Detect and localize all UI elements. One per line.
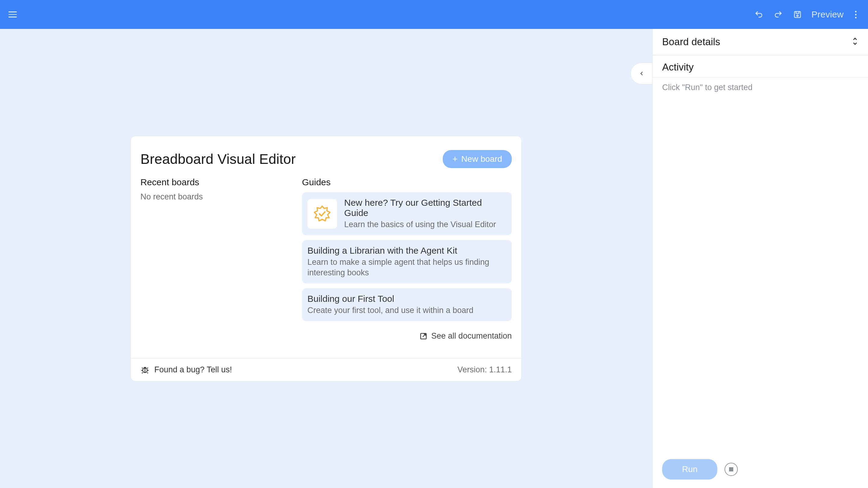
welcome-title: Breadboard Visual Editor — [141, 151, 296, 167]
bug-report-link[interactable]: Found a bug? Tell us! — [141, 365, 232, 375]
bug-report-label: Found a bug? Tell us! — [154, 365, 232, 375]
more-menu-icon[interactable] — [852, 9, 860, 20]
guide-card-getting-started[interactable]: New here? Try our Getting Started Guide … — [302, 192, 512, 235]
guide-title: New here? Try our Getting Started Guide — [344, 198, 506, 218]
undo-icon[interactable] — [753, 9, 764, 20]
stop-icon — [729, 467, 733, 471]
guide-card-librarian[interactable]: Building a Librarian with the Agent Kit … — [302, 240, 512, 284]
sidebar-collapse-button[interactable] — [630, 63, 652, 84]
run-button[interactable]: Run — [662, 459, 717, 480]
svg-point-1 — [797, 15, 798, 16]
version-label: Version: 1.11.1 — [458, 365, 512, 375]
top-toolbar: Preview — [0, 0, 868, 29]
save-icon[interactable] — [792, 9, 803, 20]
preview-button[interactable]: Preview — [811, 9, 844, 20]
stop-button[interactable] — [724, 463, 738, 476]
redo-icon[interactable] — [773, 9, 784, 20]
guide-subtitle: Create your first tool, and use it withi… — [307, 305, 473, 316]
activity-heading: Activity — [662, 61, 858, 73]
guides-heading: Guides — [302, 177, 512, 187]
new-board-label: New board — [461, 154, 502, 164]
new-board-button[interactable]: + New board — [443, 150, 512, 168]
plus-icon: + — [453, 155, 458, 164]
badge-icon — [307, 199, 337, 229]
guide-card-first-tool[interactable]: Building our First Tool Create your firs… — [302, 288, 512, 321]
welcome-card: Breadboard Visual Editor + New board Rec… — [130, 136, 522, 381]
canvas-area: Breadboard Visual Editor + New board Rec… — [0, 29, 652, 488]
guide-title: Building a Librarian with the Agent Kit — [307, 246, 506, 256]
expand-collapse-icon[interactable] — [852, 37, 858, 47]
menu-icon[interactable] — [8, 9, 19, 20]
activity-hint: Click "Run" to get started — [652, 77, 868, 98]
guide-subtitle: Learn the basics of using the Visual Edi… — [344, 219, 506, 230]
recent-boards-heading: Recent boards — [141, 177, 279, 187]
recent-boards-empty: No recent boards — [141, 192, 279, 201]
see-all-docs-link[interactable]: See all documentation — [302, 331, 512, 341]
panel-title: Board details — [662, 36, 720, 47]
guide-title: Building our First Tool — [307, 294, 473, 304]
see-all-docs-label: See all documentation — [431, 331, 512, 341]
side-panel: Board details Activity Click "Run" to ge… — [652, 29, 868, 488]
guide-subtitle: Learn to make a simple agent that helps … — [307, 257, 506, 278]
